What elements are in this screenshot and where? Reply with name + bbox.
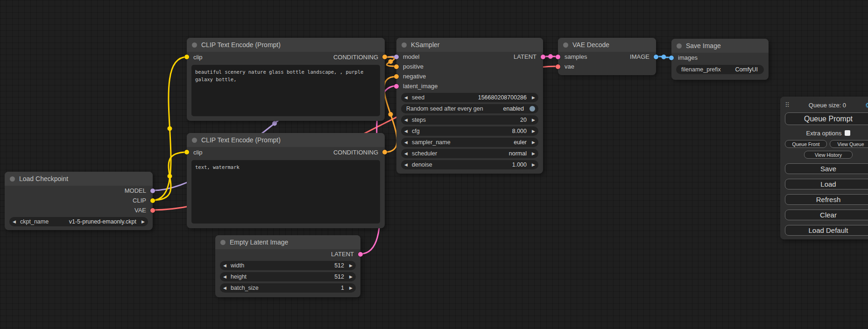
increment-arrow-icon[interactable]: ▶ xyxy=(347,274,353,279)
collapse-dot-icon[interactable] xyxy=(220,240,226,245)
collapse-dot-icon[interactable] xyxy=(192,138,197,143)
decrement-arrow-icon[interactable]: ◀ xyxy=(404,118,410,122)
input-dot-clip[interactable] xyxy=(184,150,189,154)
input-dot-clip[interactable] xyxy=(184,55,189,59)
view-history-button[interactable]: View History xyxy=(804,151,853,159)
slot-row: samples IMAGE xyxy=(558,52,656,62)
prompt-textarea-positive[interactable]: beautiful scenery nature glass bottle la… xyxy=(191,65,380,116)
output-dot-conditioning[interactable] xyxy=(382,150,387,154)
collapse-dot-icon[interactable] xyxy=(192,42,197,48)
node-clip-text-encode-positive-titlebar[interactable]: CLIP Text Encode (Prompt) xyxy=(187,38,385,52)
output-dot-latent[interactable] xyxy=(358,252,363,257)
widget-value: ComfyUI xyxy=(735,66,758,73)
input-dot-negative[interactable] xyxy=(394,74,399,79)
widget-height[interactable]: ◀ height 512 ▶ xyxy=(220,272,356,281)
increment-arrow-icon[interactable]: ▶ xyxy=(529,162,535,167)
input-slot-label: clip xyxy=(193,149,203,156)
increment-arrow-icon[interactable]: ▶ xyxy=(529,95,535,100)
next-arrow-icon[interactable]: ▶ xyxy=(139,219,145,224)
prev-arrow-icon[interactable]: ◀ xyxy=(404,151,410,156)
node-empty-latent-image[interactable]: Empty Latent Image LATENT ◀ width 512 ▶ … xyxy=(215,235,360,297)
widget-denoise[interactable]: ◀ denoise 1.000 ▶ xyxy=(401,160,538,169)
prompt-textarea-negative[interactable]: text, watermark xyxy=(191,160,380,224)
prev-arrow-icon[interactable]: ◀ xyxy=(13,219,18,224)
widget-batch-size[interactable]: ◀ batch_size 1 ▶ xyxy=(220,283,356,293)
prev-arrow-icon[interactable]: ◀ xyxy=(404,140,410,145)
node-load-checkpoint[interactable]: Load Checkpoint MODEL CLIP VAE ◀ ckpt_na… xyxy=(5,172,153,230)
input-dot-images[interactable] xyxy=(669,56,674,60)
input-dot-latent-image[interactable] xyxy=(394,84,399,89)
drag-handle-icon[interactable]: ⠿ xyxy=(785,101,790,109)
widget-width[interactable]: ◀ width 512 ▶ xyxy=(220,261,356,270)
input-dot-vae[interactable] xyxy=(556,64,560,69)
widget-label: ckpt_name xyxy=(20,218,49,225)
decrement-arrow-icon[interactable]: ◀ xyxy=(223,263,229,268)
input-dot-model[interactable] xyxy=(394,55,399,59)
widget-filename-prefix[interactable]: filename_prefix ComfyUI xyxy=(676,65,764,74)
widget-steps[interactable]: ◀ steps 20 ▶ xyxy=(401,115,538,125)
decrement-arrow-icon[interactable]: ◀ xyxy=(404,95,410,100)
node-ksampler-titlebar[interactable]: KSampler xyxy=(396,38,543,52)
node-load-checkpoint-titlebar[interactable]: Load Checkpoint xyxy=(5,172,153,186)
widget-value: 1 xyxy=(341,285,344,291)
output-dot-image[interactable] xyxy=(654,55,658,59)
widget-label: Random seed after every gen xyxy=(406,105,483,112)
extra-options-checkbox[interactable] xyxy=(845,130,850,136)
queue-size-label: Queue size: 0 xyxy=(790,102,865,109)
output-dot-latent[interactable] xyxy=(541,55,545,59)
input-dot-samples[interactable] xyxy=(556,55,560,59)
collapse-dot-icon[interactable] xyxy=(677,43,682,49)
clear-button[interactable]: Clear xyxy=(785,210,868,220)
node-clip-text-encode-negative-titlebar[interactable]: CLIP Text Encode (Prompt) xyxy=(187,133,385,147)
node-save-image-titlebar[interactable]: Save Image xyxy=(671,39,769,53)
queue-prompt-button[interactable]: Queue Prompt xyxy=(785,112,868,125)
decrement-arrow-icon[interactable]: ◀ xyxy=(223,274,229,279)
increment-arrow-icon[interactable]: ▶ xyxy=(347,286,353,290)
load-button[interactable]: Load xyxy=(785,179,868,189)
node-clip-text-encode-negative[interactable]: CLIP Text Encode (Prompt) clip CONDITION… xyxy=(187,133,385,228)
load-default-button[interactable]: Load Default xyxy=(785,225,868,236)
collapse-dot-icon[interactable] xyxy=(563,42,568,48)
node-clip-text-encode-positive[interactable]: CLIP Text Encode (Prompt) clip CONDITION… xyxy=(187,38,385,121)
output-dot-clip[interactable] xyxy=(150,198,155,203)
toggle-dot-icon[interactable] xyxy=(529,106,535,112)
slot-row: clip CONDITIONING xyxy=(187,52,385,62)
settings-gear-icon[interactable]: ⚙ xyxy=(865,101,868,110)
collapse-dot-icon[interactable] xyxy=(402,42,407,48)
node-vae-decode[interactable]: VAE Decode samples IMAGE vae xyxy=(558,38,656,75)
refresh-button[interactable]: Refresh xyxy=(785,194,868,205)
widget-ckpt-name[interactable]: ◀ ckpt_name v1-5-pruned-emaonly.ckpt ▶ xyxy=(9,217,148,226)
input-dot-positive[interactable] xyxy=(394,64,399,69)
next-arrow-icon[interactable]: ▶ xyxy=(529,151,535,156)
output-slot-label: CONDITIONING xyxy=(333,149,378,156)
widget-seed[interactable]: ◀ seed 156680208700286 ▶ xyxy=(401,93,538,102)
increment-arrow-icon[interactable]: ▶ xyxy=(347,263,353,268)
output-dot-vae[interactable] xyxy=(150,208,155,213)
node-empty-latent-image-titlebar[interactable]: Empty Latent Image xyxy=(215,235,360,249)
node-ksampler[interactable]: KSampler model LATENT positive negative … xyxy=(396,38,543,174)
widget-cfg[interactable]: ◀ cfg 8.000 ▶ xyxy=(401,126,538,136)
queue-front-button[interactable]: Queue Front xyxy=(785,140,827,148)
decrement-arrow-icon[interactable]: ◀ xyxy=(404,162,410,167)
output-slot-label: CLIP xyxy=(133,197,146,204)
node-title: CLIP Text Encode (Prompt) xyxy=(201,41,281,49)
output-dot-model[interactable] xyxy=(150,189,155,193)
node-save-image[interactable]: Save Image images filename_prefix ComfyU… xyxy=(671,39,769,80)
output-slot-row: CLIP xyxy=(5,196,153,205)
widget-scheduler[interactable]: ◀ scheduler normal ▶ xyxy=(401,149,538,158)
widget-sampler-name[interactable]: ◀ sampler_name euler ▶ xyxy=(401,138,538,147)
collapse-dot-icon[interactable] xyxy=(10,176,15,182)
next-arrow-icon[interactable]: ▶ xyxy=(529,140,535,145)
widget-random-seed-toggle[interactable]: Random seed after every gen enabled xyxy=(401,104,538,113)
save-button[interactable]: Save xyxy=(785,163,868,174)
input-slot-label: vae xyxy=(565,63,574,70)
widget-value: v1-5-pruned-emaonly.ckpt xyxy=(69,218,136,225)
increment-arrow-icon[interactable]: ▶ xyxy=(529,129,535,133)
view-queue-button[interactable]: View Queue xyxy=(830,140,868,148)
increment-arrow-icon[interactable]: ▶ xyxy=(529,118,535,122)
slot-row: model LATENT xyxy=(396,52,543,62)
decrement-arrow-icon[interactable]: ◀ xyxy=(223,286,229,290)
decrement-arrow-icon[interactable]: ◀ xyxy=(404,129,410,133)
node-vae-decode-titlebar[interactable]: VAE Decode xyxy=(558,38,656,52)
output-dot-conditioning[interactable] xyxy=(382,55,387,59)
